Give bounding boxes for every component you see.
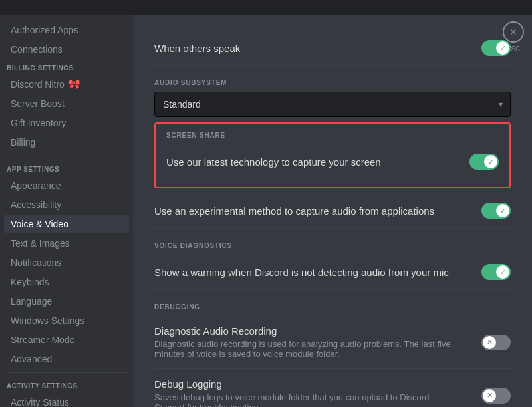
setting-row-diagnostic-audio: Diagnostic Audio RecordingDiagnostic aud…	[154, 316, 511, 369]
toggle-knob-capture-audio: ✓	[496, 204, 509, 217]
sidebar-badge-discord-nitro: 🎀	[68, 79, 80, 90]
setting-label-when-others-speak: When others speak	[154, 43, 240, 54]
sidebar-section-3: Activity Settings	[0, 377, 133, 392]
screen-share-box: Screen ShareUse our latest technology to…	[154, 122, 511, 188]
toggle-capture-screen[interactable]: ✓	[469, 154, 499, 170]
sidebar-divider	[7, 372, 126, 373]
setting-row-debug-logging: Debug LoggingSaves debug logs to voice m…	[154, 369, 511, 407]
sidebar-item-windows-settings[interactable]: Windows Settings	[4, 311, 129, 330]
sidebar-item-label-voice-video: Voice & Video	[11, 219, 68, 229]
sidebar: Authorized AppsConnectionsBilling Settin…	[0, 15, 133, 407]
setting-row-capture-audio: Use an experimental method to capture au…	[154, 194, 511, 229]
setting-label-diagnostic-audio: Diagnostic Audio Recording	[154, 325, 454, 337]
setting-left-when-others-speak: When others speak	[154, 43, 240, 54]
sidebar-item-advanced[interactable]: Advanced	[4, 350, 129, 368]
setting-desc-diagnostic-audio: Diagnostic audio recording is used for a…	[154, 339, 454, 359]
main-content: ✕ ESC When others speak✓Audio SubsystemS…	[133, 15, 532, 407]
setting-label-capture-screen: Use our latest technology to capture you…	[166, 156, 381, 168]
sidebar-item-activity-status[interactable]: Activity Status	[4, 393, 129, 407]
sidebar-item-billing[interactable]: Billing	[4, 133, 129, 152]
toggle-knob-debug-logging: ✕	[483, 389, 496, 402]
sidebar-item-appearance[interactable]: Appearance	[4, 176, 129, 195]
sidebar-item-label-streamer-mode: Streamer Mode	[11, 335, 74, 345]
setting-label-debug-logging: Debug Logging	[154, 378, 454, 390]
sidebar-item-label-connections: Connections	[11, 44, 63, 55]
setting-row-show-warning: Show a warning when Discord is not detec…	[154, 255, 511, 290]
toggle-capture-audio[interactable]: ✓	[481, 203, 511, 219]
sidebar-item-voice-video[interactable]: Voice & Video	[4, 215, 129, 233]
sidebar-item-keybinds[interactable]: Keybinds	[4, 273, 129, 291]
sidebar-item-label-text-images: Text & Images	[11, 238, 70, 249]
toggle-icon-diagnostic-audio: ✕	[487, 338, 493, 346]
setting-desc-debug-logging: Saves debug logs to voice module folder …	[154, 392, 454, 407]
sidebar-item-connections[interactable]: Connections	[4, 40, 129, 59]
toggle-knob-show-warning: ✓	[496, 265, 509, 279]
window-controls	[487, 2, 527, 13]
setting-left-debug-logging: Debug LoggingSaves debug logs to voice m…	[154, 378, 454, 407]
sidebar-item-label-authorized-apps: Authorized Apps	[11, 25, 78, 35]
sidebar-divider	[7, 156, 126, 156]
toggle-icon-when-others-speak: ✓	[500, 44, 506, 53]
sidebar-section-2: App Settings	[0, 160, 133, 176]
sidebar-item-gift-inventory[interactable]: Gift Inventory	[4, 114, 129, 132]
screen-share-header: Screen Share	[166, 132, 499, 139]
toggle-icon-capture-screen: ✓	[488, 158, 494, 166]
title-bar	[0, 0, 532, 15]
sidebar-item-label-keybinds: Keybinds	[11, 277, 49, 287]
sidebar-item-label-appearance: Appearance	[11, 180, 61, 191]
sidebar-item-accessibility[interactable]: Accessibility	[4, 196, 129, 214]
toggle-icon-debug-logging: ✕	[487, 391, 493, 400]
setting-left-diagnostic-audio: Diagnostic Audio RecordingDiagnostic aud…	[154, 325, 454, 359]
sidebar-item-label-advanced: Advanced	[11, 354, 52, 364]
setting-row-capture-screen: Use our latest technology to capture you…	[166, 144, 499, 179]
setting-label-capture-audio: Use an experimental method to capture au…	[154, 205, 434, 217]
sidebar-item-label-discord-nitro: Discord Nitro	[11, 79, 65, 90]
sidebar-item-label-accessibility: Accessibility	[11, 200, 61, 210]
audio-subsystem-wrapper: StandardLegacy▾	[154, 92, 511, 117]
sidebar-item-label-activity-status: Activity Status	[11, 397, 69, 407]
section-header-audio-subsystem-section: Audio Subsystem	[154, 79, 511, 86]
sidebar-item-server-boost[interactable]: Server Boost	[4, 94, 129, 113]
toggle-when-others-speak[interactable]: ✓	[481, 40, 511, 56]
app-body: Authorized AppsConnectionsBilling Settin…	[0, 15, 532, 407]
toggle-icon-show-warning: ✓	[500, 268, 506, 277]
close-button[interactable]	[516, 2, 527, 13]
toggle-icon-capture-audio: ✓	[500, 207, 506, 215]
setting-left-capture-audio: Use an experimental method to capture au…	[154, 205, 434, 217]
minimize-button[interactable]	[487, 2, 497, 13]
sidebar-item-label-gift-inventory: Gift Inventory	[11, 118, 66, 128]
sidebar-item-label-billing: Billing	[11, 137, 35, 148]
toggle-debug-logging[interactable]: ✕	[481, 388, 511, 404]
toggle-show-warning[interactable]: ✓	[481, 264, 511, 280]
setting-row-when-others-speak: When others speak✓	[154, 31, 511, 66]
sidebar-item-authorized-apps[interactable]: Authorized Apps	[4, 21, 129, 39]
sidebar-item-notifications[interactable]: Notifications	[4, 253, 129, 272]
toggle-diagnostic-audio[interactable]: ✕	[481, 335, 511, 350]
setting-left-show-warning: Show a warning when Discord is not detec…	[154, 267, 449, 278]
audio-subsystem-select[interactable]: StandardLegacy	[154, 92, 511, 117]
sidebar-item-label-windows-settings: Windows Settings	[11, 315, 84, 326]
toggle-knob-capture-screen: ✓	[484, 155, 497, 168]
sidebar-item-streamer-mode[interactable]: Streamer Mode	[4, 331, 129, 349]
sidebar-item-discord-nitro[interactable]: Discord Nitro🎀	[4, 75, 129, 94]
sidebar-item-label-language: Language	[11, 296, 52, 307]
sidebar-item-language[interactable]: Language	[4, 292, 129, 311]
sidebar-item-label-server-boost: Server Boost	[11, 98, 65, 109]
setting-label-show-warning: Show a warning when Discord is not detec…	[154, 267, 449, 278]
section-header-debugging-section: Debugging	[154, 303, 511, 311]
sidebar-item-text-images[interactable]: Text & Images	[4, 234, 129, 253]
sidebar-item-label-notifications: Notifications	[11, 257, 61, 268]
sidebar-section-1: Billing Settings	[0, 59, 133, 74]
setting-left-capture-screen: Use our latest technology to capture you…	[166, 156, 381, 168]
toggle-knob-diagnostic-audio: ✕	[483, 336, 496, 349]
maximize-button[interactable]	[501, 2, 512, 13]
esc-icon[interactable]: ✕	[503, 21, 524, 43]
toggle-knob-when-others-speak: ✓	[496, 41, 509, 55]
section-header-voice-diagnostics-section: Voice Diagnostics	[154, 242, 511, 249]
